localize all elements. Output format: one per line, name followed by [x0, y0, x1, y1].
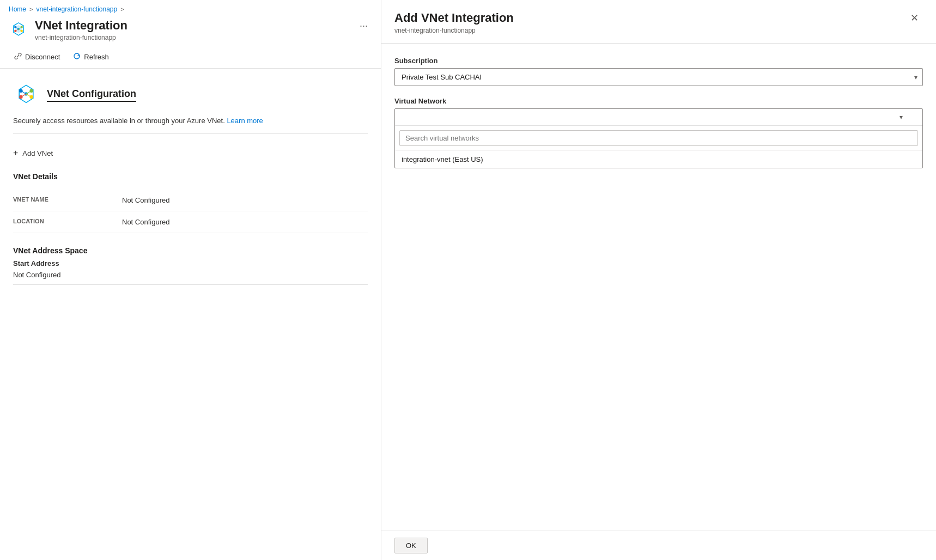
vnet-name-row: VNET NAME Not Configured	[13, 190, 368, 211]
subscription-label: Subscription	[394, 57, 923, 65]
disconnect-icon	[14, 52, 22, 62]
description-text: Securely access resources available in o…	[13, 117, 225, 125]
refresh-icon	[73, 52, 81, 62]
vnet-config-icon	[13, 82, 39, 108]
breadcrumb-app[interactable]: vnet-integration-functionapp	[36, 5, 117, 13]
vnet-chevron-icon: ▾	[899, 113, 903, 121]
address-section-title: VNet Address Space	[13, 246, 368, 255]
refresh-label: Refresh	[84, 53, 109, 61]
subscription-select[interactable]: Private Test Sub CACHAI	[394, 68, 923, 86]
disconnect-label: Disconnect	[25, 53, 60, 61]
close-button[interactable]: ✕	[906, 11, 923, 25]
subscription-group: Subscription Private Test Sub CACHAI ▾	[394, 57, 923, 86]
breadcrumb-sep1: >	[29, 6, 33, 13]
more-menu-button[interactable]: ···	[355, 19, 372, 33]
breadcrumb-home[interactable]: Home	[9, 5, 26, 13]
vnet-name-value: Not Configured	[122, 196, 169, 204]
vnet-name-label: VNET NAME	[13, 196, 122, 204]
right-panel: Add VNet Integration vnet-integration-fu…	[381, 0, 936, 560]
disconnect-button[interactable]: Disconnect	[9, 49, 65, 65]
page-subtitle: vnet-integration-functionapp	[35, 34, 349, 41]
vnet-details-title: VNet Details	[13, 172, 368, 181]
description: Securely access resources available in o…	[13, 117, 368, 134]
flyout-header-text: Add VNet Integration vnet-integration-fu…	[394, 11, 514, 34]
virtual-network-label: Virtual Network	[394, 97, 923, 105]
add-vnet-label: Add VNet	[22, 149, 53, 157]
vnet-config-header: VNet Configuration	[13, 82, 368, 108]
ok-button[interactable]: OK	[394, 538, 428, 553]
virtual-network-trigger[interactable]: ▾	[395, 109, 922, 126]
vnet-option-item[interactable]: integration-vnet (East US)	[395, 150, 922, 168]
virtual-network-dropdown: ▾ integration-vnet (East US)	[394, 108, 923, 168]
breadcrumb-sep2: >	[120, 6, 124, 13]
svg-point-6	[14, 30, 16, 32]
location-row: LOCATION Not Configured	[13, 211, 368, 233]
location-value: Not Configured	[122, 218, 169, 226]
page-header-text: VNet Integration vnet-integration-functi…	[35, 19, 349, 41]
vnet-config-title: VNet Configuration	[47, 88, 136, 102]
vnet-icon	[9, 20, 28, 39]
start-address-value: Not Configured	[13, 271, 368, 285]
flyout-subtitle: vnet-integration-functionapp	[394, 27, 514, 34]
refresh-button[interactable]: Refresh	[68, 49, 114, 65]
start-address-label: Start Address	[13, 259, 368, 267]
subscription-select-wrapper: Private Test Sub CACHAI ▾	[394, 68, 923, 86]
breadcrumb: Home > vnet-integration-functionapp >	[0, 0, 381, 16]
left-panel: Home > vnet-integration-functionapp > VN…	[0, 0, 381, 560]
flyout-title: Add VNet Integration	[394, 11, 514, 25]
toolbar: Disconnect Refresh	[0, 46, 381, 69]
main-content: VNet Configuration Securely access resou…	[0, 69, 381, 560]
flyout-body: Subscription Private Test Sub CACHAI ▾ V…	[381, 44, 936, 531]
add-vnet-button[interactable]: + Add VNet	[13, 145, 53, 161]
address-section: VNet Address Space Start Address Not Con…	[13, 246, 368, 285]
vnet-search-input[interactable]	[399, 130, 918, 146]
page-title: VNet Integration	[35, 19, 349, 33]
page-header: VNet Integration vnet-integration-functi…	[0, 16, 381, 46]
location-label: LOCATION	[13, 218, 122, 226]
add-icon: +	[13, 148, 18, 158]
learn-more-link[interactable]: Learn more	[227, 117, 263, 125]
flyout-footer: OK	[381, 531, 936, 560]
flyout-header: Add VNet Integration vnet-integration-fu…	[381, 0, 936, 44]
virtual-network-group: Virtual Network ▾ integration-vnet (East…	[394, 97, 923, 168]
